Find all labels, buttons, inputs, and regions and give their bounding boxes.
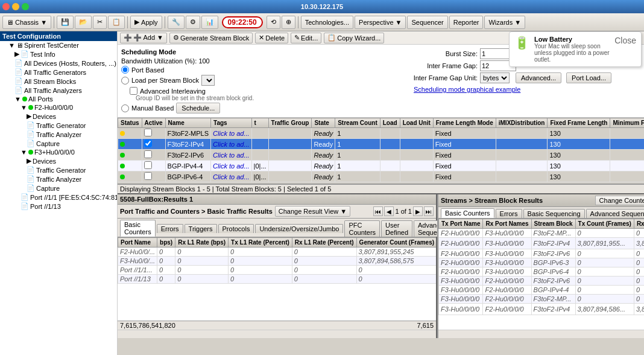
prev-page-btn[interactable]: ◀ (384, 206, 394, 216)
tree-item-all-ports[interactable]: ▼ All Ports (0, 95, 117, 103)
cell-rx-l1: 0 (175, 266, 229, 275)
wizards-button[interactable]: Wizards ▼ (484, 16, 525, 29)
streams-table-row[interactable]: F3-Hu0/0/0/0 F2-Hu0/0/0/0 F3toF2-MP... 0… (439, 295, 645, 304)
tree-item-testinfo[interactable]: ▶ 📄 Test Info (0, 50, 117, 59)
copy-wizard-button[interactable]: 📋 Copy Wizard... (324, 33, 384, 43)
stream-table-row[interactable]: F3toF2-IPv4 Click to ad... Ready 1 Fixed… (118, 139, 645, 150)
tab-adv-seq-r[interactable]: Advanced Sequencing (586, 209, 644, 218)
inter-frame-gap-unit-select[interactable]: bytes (480, 72, 510, 83)
tab-errors[interactable]: Errors (157, 224, 183, 233)
tree-item-traffic-gen[interactable]: 📄 All Traffic Generators (0, 68, 117, 77)
edit-button[interactable]: ✎ Edit... (291, 33, 321, 43)
tree-item-f3-devices[interactable]: ▶ Devices (0, 156, 117, 165)
right-scrollbar[interactable] (438, 330, 644, 338)
apply-button[interactable]: ▶ Apply (130, 16, 162, 29)
perspective-button[interactable]: Perspective ▼ (355, 16, 406, 29)
tab-pfc[interactable]: PFC Counters (344, 220, 380, 237)
toolbar-icon-9[interactable]: ⊕ (282, 16, 295, 29)
left-scrollbar[interactable] (118, 330, 436, 338)
minimize-button[interactable] (12, 3, 19, 10)
schedule-button[interactable]: Schedule... (176, 103, 220, 114)
tree-item-spirent[interactable]: ▼ 🖥 Spirent TestCenter (0, 41, 117, 50)
tree-item-f2-traffic-gen[interactable]: 📄 Traffic Generator (0, 121, 117, 130)
cell-fl-mode: Fixed (433, 150, 496, 161)
stream-table-row[interactable]: F3toF2-IPv6 Click to ad... Ready 1 Fixed… (118, 150, 645, 161)
tree-item-f2-traffic-analyzer[interactable]: 📄 Traffic Analyzer (0, 130, 117, 139)
close-button[interactable] (2, 3, 10, 10)
notification-close[interactable]: Close (614, 36, 636, 45)
tab-triggers[interactable]: Triggers (185, 224, 217, 233)
tab-undersize[interactable]: Undersize/Oversize/Jumbo (255, 224, 343, 233)
port-table-row[interactable]: Port //1/1... 0 0 0 0 0 0 (118, 266, 437, 275)
tab-errors-r[interactable]: Errors (496, 209, 522, 218)
streams-table-row[interactable]: F2-Hu0/0/0/0 F3-Hu0/0/0/0 F3toF2-IPv6 0 … (439, 249, 645, 258)
toolbar-icon-6[interactable]: ⚙ (186, 16, 200, 29)
tree-item-f3[interactable]: ▼ F3+Hu0/0/0/0 (0, 148, 117, 156)
tree-item-traffic-analyzers[interactable]: 📄 All Traffic Analyzers (0, 86, 117, 95)
technologies-button[interactable]: Technologies... (301, 16, 353, 29)
advanced-interleaving-cb[interactable]: Advanced Interleaving (121, 87, 402, 95)
load-per-stream-select[interactable] (201, 75, 215, 86)
tree-item-f2-devices[interactable]: ▶ Devices (0, 112, 117, 121)
toolbar-icon-2[interactable]: 📂 (75, 16, 92, 29)
tree-item-f3-traffic-gen[interactable]: 📄 Traffic Generator (0, 165, 117, 174)
toolbar-icon-4[interactable]: 📋 (108, 16, 125, 29)
port-table-row[interactable]: F2-Hu0/0/... 0 0 0 0 3,807,891,955,245 3… (118, 248, 437, 257)
scheduling-link[interactable]: Scheduling mode graphical example (414, 86, 520, 93)
port-load-button[interactable]: Port Load... (566, 72, 611, 83)
tab-user-defined[interactable]: User Defined (381, 220, 412, 237)
port-table-row[interactable]: F3-Hu0/0/... 0 0 0 0 3,807,894,586,575 3… (118, 257, 437, 266)
delete-icon: ✕ (259, 34, 264, 42)
tree-item-f3-traffic-analyzer[interactable]: 📄 Traffic Analyzer (0, 174, 117, 184)
toolbar-icon-8[interactable]: ⟲ (267, 16, 280, 29)
add-button[interactable]: ➕ ➕ Add ▼ (120, 33, 167, 43)
delete-button[interactable]: ✕ Delete (255, 33, 288, 43)
streams-table-row[interactable]: F3-Hu0/0/0/0 F2-Hu0/0/0/0 F3toF2-IPv4 3,… (439, 304, 645, 315)
streams-table-row[interactable]: F3-Hu0/0/0/0 F2-Hu0/0/0/0 BGP-IPv4-4 0 0… (439, 286, 645, 295)
tree-item-devices[interactable]: 📄 All Devices (Hosts, Routers, ...) (0, 59, 117, 68)
advanced-button[interactable]: Advanced... (516, 72, 561, 83)
cell-imix (496, 128, 548, 139)
manual-based-radio[interactable]: Manual Based (121, 104, 174, 112)
cell-stream-count: 1 (335, 139, 380, 150)
tree-item-stream-blocks[interactable]: 📄 All Stream Blocks (0, 77, 117, 86)
streams-table-row[interactable]: F3-Hu0/0/0/0 F2-Hu0/0/0/0 F3toF2-IPv6 0 … (439, 277, 645, 286)
generate-stream-block-button[interactable]: ⚙ Generate Stream Block (169, 33, 253, 43)
streams-table-row[interactable]: F2-Hu0/0/0/0 F3-Hu0/0/0/0 BGP-IPv6-3 0 0… (439, 258, 645, 267)
toolbar-icon-3[interactable]: ✂ (93, 16, 107, 29)
port-table-row[interactable]: Port //1/13 0 0 0 0 0 0 (118, 275, 437, 284)
tree-item-f2-capture[interactable]: 📄 Capture (0, 139, 117, 148)
reporter-button[interactable]: Reporter (449, 16, 484, 29)
tree-label: All Traffic Analyzers (24, 87, 82, 94)
toolbar-icon-1[interactable]: 💾 (57, 16, 74, 29)
tree-item-port13[interactable]: 📄 Port //1/13 (0, 202, 117, 211)
next-page-btn[interactable]: ▶ (413, 206, 423, 216)
stream-table-row[interactable]: BGP-IPv4-4 Click to ad... |0|... Ready 1… (118, 161, 645, 171)
tab-protocols[interactable]: Protocols (218, 224, 254, 233)
toolbar-icon-7[interactable]: 📊 (201, 16, 218, 29)
first-page-btn[interactable]: ⏮ (373, 206, 383, 216)
change-counter-button[interactable]: Change Counter (595, 196, 644, 205)
streams-table-row[interactable]: F2-Hu0/0/0/0 F3-Hu0/0/0/0 F3toF2-IPv4 3,… (439, 238, 645, 249)
cell-load-unit (400, 161, 433, 171)
streams-table-row[interactable]: F2-Hu0/0/0/0 F3-Hu0/0/0/0 F3toF2-MP... 0… (439, 229, 645, 238)
maximize-button[interactable] (22, 3, 29, 10)
last-page-btn[interactable]: ⏭ (424, 206, 434, 216)
sequencer-button[interactable]: Sequencer (407, 16, 447, 29)
stream-table-row[interactable]: BGP-IPv6-4 Click to ad... |0|... Ready 1… (118, 171, 645, 182)
tab-basic-counters[interactable]: Basic Counters (120, 220, 156, 237)
tree-item-port1[interactable]: 📄 Port //1/1 [FE:E5:C4:5C:74:81... (0, 193, 117, 202)
stream-table-row[interactable]: F3toF2-MPLS Click to ad... Ready 1 Fixed… (118, 128, 645, 139)
change-view-button[interactable]: Change Result View ▼ (275, 206, 350, 217)
toolbar-icon-5[interactable]: 🔧 (168, 16, 185, 29)
load-per-stream-radio[interactable]: Load per Stream Block (121, 77, 199, 85)
cell-tags: Click to ad... (211, 161, 252, 171)
tab-basic-counters-r[interactable]: Basic Counters (441, 208, 494, 218)
port-based-radio[interactable]: Port Based (121, 66, 402, 74)
tree-item-f3-capture[interactable]: 📄 Capture (0, 184, 117, 193)
col-imix: iMIXDistribution (496, 118, 548, 128)
tree-item-f2[interactable]: ▼ F2-Hu0/0/0/0 (0, 103, 117, 112)
chassis-button[interactable]: 🖥 Chassis ▼ (2, 16, 51, 29)
streams-table-row[interactable]: F2-Hu0/0/0/0 F3-Hu0/0/0/0 BGP-IPv6-4 0 0… (439, 267, 645, 277)
tab-basic-seq-r[interactable]: Basic Sequencing (523, 209, 585, 218)
